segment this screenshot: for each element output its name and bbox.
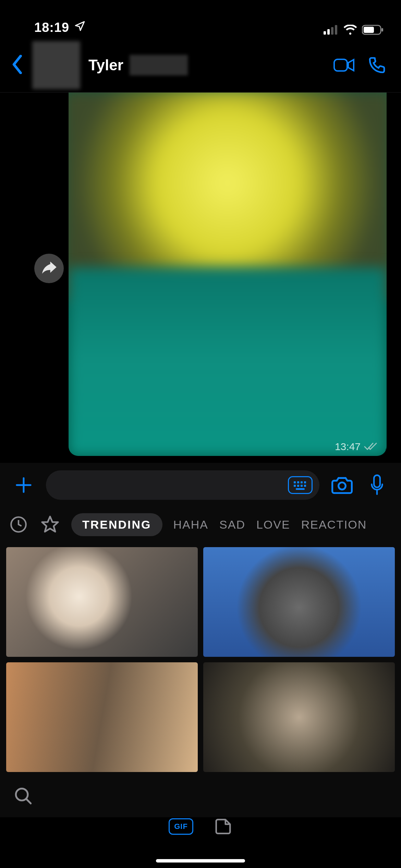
chat-body[interactable]: 13:47: [0, 93, 401, 463]
gif-thumbnail[interactable]: [6, 547, 198, 657]
message-text-redacted: [69, 267, 387, 456]
recent-icon[interactable]: [8, 514, 29, 535]
video-call-button[interactable]: [332, 53, 356, 77]
keyboard-toggle-icon[interactable]: [288, 476, 313, 494]
battery-icon: [362, 25, 384, 35]
gif-category-trending[interactable]: TRENDING: [71, 513, 162, 536]
message-input[interactable]: [46, 470, 319, 500]
cellular-icon: [324, 25, 339, 35]
gif-thumbnail[interactable]: [203, 547, 395, 657]
message-time: 13:47: [335, 441, 361, 453]
svg-rect-6: [381, 28, 383, 32]
svg-rect-2: [331, 27, 333, 35]
voice-message-button[interactable]: [365, 473, 389, 497]
back-button[interactable]: [12, 55, 24, 75]
wifi-icon: [343, 25, 357, 35]
svg-rect-0: [324, 31, 326, 35]
svg-rect-11: [297, 481, 299, 483]
home-indicator[interactable]: [156, 859, 245, 863]
svg-point-19: [339, 482, 346, 490]
read-receipt-icon: [364, 442, 378, 451]
gif-tab[interactable]: GIF: [169, 818, 193, 835]
gif-category-haha[interactable]: HAHA: [173, 518, 208, 531]
sticker-tab[interactable]: [214, 817, 232, 836]
svg-rect-3: [335, 25, 337, 35]
status-time: 18:19: [34, 20, 69, 35]
svg-rect-18: [296, 488, 305, 490]
audio-call-button[interactable]: [365, 53, 389, 77]
gif-category-reaction[interactable]: REACTION: [301, 518, 367, 531]
svg-rect-13: [304, 481, 306, 483]
picker-bar: GIF: [0, 776, 401, 817]
svg-rect-17: [304, 485, 306, 487]
contact-avatar[interactable]: [32, 41, 80, 89]
svg-rect-5: [364, 27, 374, 33]
favorites-icon[interactable]: [40, 514, 60, 535]
svg-rect-16: [301, 485, 303, 487]
svg-rect-7: [334, 59, 347, 71]
gif-tab-label: GIF: [174, 822, 188, 831]
svg-rect-12: [301, 481, 303, 483]
gif-category-sad[interactable]: SAD: [219, 518, 245, 531]
svg-rect-10: [294, 481, 296, 483]
gif-thumbnail[interactable]: [6, 662, 198, 772]
chat-header: Tyler: [0, 38, 401, 93]
svg-line-25: [26, 799, 31, 804]
status-bar: 18:19: [0, 0, 401, 38]
gif-category-bar: TRENDING HAHA SAD LOVE REACTION: [0, 507, 401, 542]
sent-message-bubble[interactable]: 13:47: [69, 93, 387, 456]
camera-button[interactable]: [330, 473, 354, 497]
gif-thumbnail[interactable]: [203, 662, 395, 772]
svg-rect-15: [297, 485, 299, 487]
svg-rect-14: [294, 485, 296, 487]
gif-grid[interactable]: [0, 542, 401, 776]
gif-search-button[interactable]: [14, 787, 32, 806]
svg-rect-20: [374, 475, 380, 487]
gif-category-love[interactable]: LOVE: [256, 518, 290, 531]
svg-marker-23: [42, 517, 58, 532]
contact-name-redacted: [130, 55, 188, 75]
contact-name[interactable]: Tyler: [88, 55, 188, 75]
input-toolbar: [0, 463, 401, 507]
message-meta: 13:47: [335, 441, 378, 453]
location-icon: [74, 20, 86, 35]
contact-name-label: Tyler: [88, 57, 123, 74]
svg-rect-1: [327, 29, 330, 35]
attach-button[interactable]: [12, 476, 36, 494]
forward-button[interactable]: [34, 254, 64, 283]
